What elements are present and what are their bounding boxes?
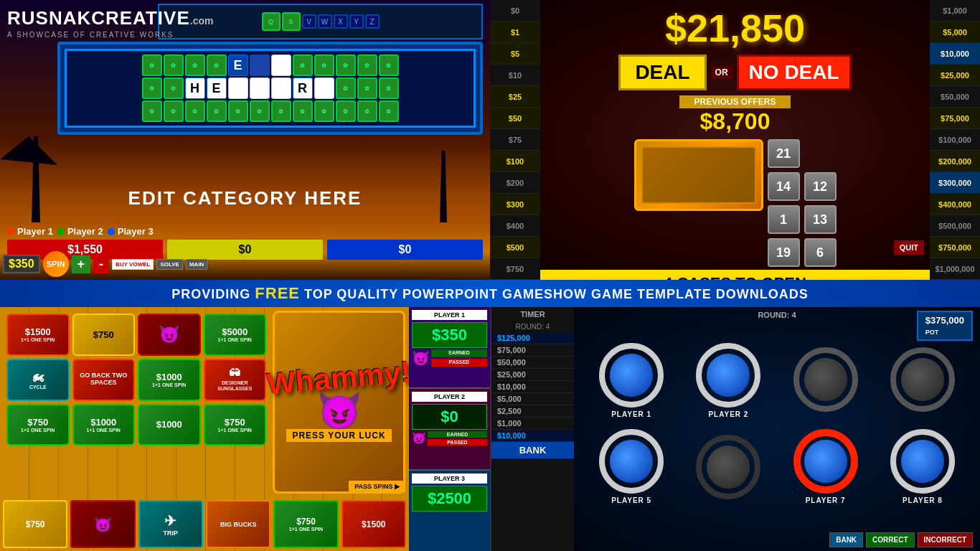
- letter-y[interactable]: Y: [349, 14, 364, 29]
- sq-750-3[interactable]: $750 1+1 ONE SPIN: [204, 404, 267, 446]
- cell-r2-2[interactable]: ✿: [164, 77, 184, 99]
- cell-r3-2[interactable]: ✿: [164, 100, 184, 122]
- cell-r3-4[interactable]: ✿: [207, 100, 227, 122]
- buy-vowel-button[interactable]: BUY VOWEL: [112, 259, 154, 270]
- case-1[interactable]: 1: [768, 205, 800, 234]
- cell-r2-4[interactable]: E: [207, 77, 227, 99]
- sq-devil-1[interactable]: 😈: [138, 314, 201, 356]
- wmi-bank[interactable]: BANK: [491, 442, 574, 458]
- player1-whammy-icon: 😈: [412, 349, 430, 367]
- cell-r1-12[interactable]: ✿: [379, 55, 399, 76]
- bank-button[interactable]: BANK: [829, 532, 863, 547]
- letter-s[interactable]: S: [282, 12, 301, 31]
- cell-r2-7[interactable]: [271, 77, 291, 99]
- cell-r1-10[interactable]: ✿: [336, 55, 356, 76]
- buzzer-player2[interactable]: PLAYER 2: [685, 343, 771, 418]
- buzzer-ring-3[interactable]: [793, 347, 858, 412]
- buzzer-player8[interactable]: PLAYER 8: [880, 429, 966, 504]
- buzzer-ring-4[interactable]: [890, 347, 955, 412]
- bsq-devil[interactable]: 😈: [70, 500, 135, 548]
- cell-r1-8[interactable]: ✿: [293, 55, 313, 76]
- cell-r3-10[interactable]: ✿: [336, 100, 356, 122]
- cell-r1-6[interactable]: [250, 55, 270, 76]
- cell-r3-3[interactable]: ✿: [185, 100, 205, 122]
- sq-1000-2[interactable]: $1000 1+1 ONE SPIN: [138, 359, 201, 401]
- buzzer-player3[interactable]: [783, 343, 869, 418]
- sq-750-2[interactable]: $750 1+1 ONE SPIN: [6, 404, 70, 446]
- cell-r1-11[interactable]: ✿: [357, 55, 377, 76]
- sq-cycle[interactable]: 🏍 CYCLE: [6, 359, 70, 401]
- letter-q[interactable]: Q: [262, 12, 281, 31]
- cell-r3-6[interactable]: ✿: [250, 100, 270, 122]
- cell-r2-9[interactable]: [314, 77, 334, 99]
- cell-r2-1[interactable]: ✿: [142, 77, 162, 99]
- cell-r1-4[interactable]: ✿: [207, 55, 227, 76]
- nodeal-button[interactable]: NO DEAL: [737, 55, 852, 90]
- sq-goback[interactable]: GO BACK TWO SPACES: [72, 359, 136, 401]
- buzzer-ring-1[interactable]: [599, 343, 664, 408]
- case-14[interactable]: 14: [768, 172, 800, 201]
- buzzer-player1[interactable]: PLAYER 1: [588, 343, 674, 418]
- cell-r3-8[interactable]: ✿: [293, 100, 313, 122]
- cell-r1-1[interactable]: ✿: [142, 55, 162, 76]
- cell-r3-5[interactable]: ✿: [228, 100, 248, 122]
- plus-button[interactable]: +: [72, 255, 91, 273]
- sq-1000-3[interactable]: $1000 1+1 ONE SPIN: [72, 404, 136, 446]
- buzzer-player5[interactable]: PLAYER 5: [588, 429, 674, 504]
- letter-z[interactable]: Z: [365, 14, 380, 29]
- bsq-750[interactable]: $750: [3, 500, 67, 548]
- bsq-1500[interactable]: $1500: [341, 500, 406, 548]
- cell-r3-1[interactable]: ✿: [142, 100, 162, 122]
- cell-r2-5[interactable]: [228, 77, 248, 99]
- cell-r2-10[interactable]: ✿: [336, 77, 356, 99]
- letter-w[interactable]: W: [318, 14, 332, 29]
- cell-r3-7[interactable]: ✿: [271, 100, 291, 122]
- case-13[interactable]: 13: [804, 205, 837, 234]
- solve-button[interactable]: SOLVE: [156, 259, 183, 270]
- buzzer-ring-2[interactable]: [696, 343, 760, 408]
- buzzer-player4[interactable]: [880, 343, 966, 418]
- money-r-10000: $10,000: [930, 43, 980, 65]
- cell-r2-3[interactable]: H: [185, 77, 205, 99]
- cases-to-open: 4 CASES TO OPEN: [540, 270, 930, 280]
- spin-button[interactable]: SPIN: [43, 251, 69, 277]
- cell-r1-3[interactable]: ✿: [185, 55, 205, 76]
- pass-spins-button[interactable]: PASS SPINS ▶: [349, 481, 405, 492]
- bsq-trip[interactable]: ✈ TRIP: [138, 500, 203, 548]
- sq-amount: $1000: [156, 372, 182, 382]
- sq-sunglasses[interactable]: 🕶 DESIGNER SUNGLASSES: [204, 359, 267, 401]
- cell-r1-9[interactable]: ✿: [314, 55, 334, 76]
- cell-r2-11[interactable]: ✿: [357, 77, 377, 99]
- cell-r2-8[interactable]: R: [293, 77, 313, 99]
- case-12[interactable]: 12: [804, 172, 837, 201]
- case-6[interactable]: 6: [804, 238, 837, 267]
- sq-5000[interactable]: $5000 1+1 ONE SPIN: [204, 314, 267, 356]
- middle-banner: PROVIDING FREE TOP QUALITY POWERPOINT GA…: [0, 280, 980, 307]
- deal-button[interactable]: DEAL: [618, 55, 706, 90]
- cell-r3-12[interactable]: ✿: [379, 100, 399, 122]
- cell-r3-9[interactable]: ✿: [314, 100, 334, 122]
- cell-r1-5[interactable]: E: [228, 55, 248, 76]
- case-21[interactable]: 21: [768, 139, 800, 168]
- sq-1500-1[interactable]: $1500 1+1 ONE SPIN: [6, 314, 70, 356]
- bsq-750-2[interactable]: $750 1+1 ONE SPIN: [273, 500, 338, 548]
- letter-x[interactable]: X: [334, 14, 348, 29]
- case-19[interactable]: 19: [768, 238, 800, 267]
- sq-1000-4[interactable]: $1000: [138, 404, 201, 446]
- buzzer-ring-7[interactable]: [793, 429, 858, 494]
- buzzer-ring-5[interactable]: [599, 429, 664, 494]
- correct-button[interactable]: CORRECT: [866, 532, 914, 547]
- incorrect-button[interactable]: INCORRECT: [918, 532, 973, 547]
- cell-r1-7[interactable]: [271, 55, 291, 76]
- letter-v[interactable]: V: [302, 14, 316, 29]
- buzzer-ring-8[interactable]: [890, 429, 955, 494]
- cell-r1-2[interactable]: ✿: [164, 55, 184, 76]
- cell-r2-6[interactable]: [250, 77, 270, 99]
- sq-750-1[interactable]: $750: [72, 314, 136, 356]
- main-button[interactable]: MAIN: [186, 259, 207, 270]
- buzzer-player7[interactable]: PLAYER 7: [783, 429, 869, 504]
- cell-r3-11[interactable]: ✿: [357, 100, 377, 122]
- cell-r2-12[interactable]: ✿: [379, 77, 399, 99]
- minus-button[interactable]: -: [93, 255, 109, 273]
- bsq-bigbucks[interactable]: BIG BUCKS: [206, 500, 270, 548]
